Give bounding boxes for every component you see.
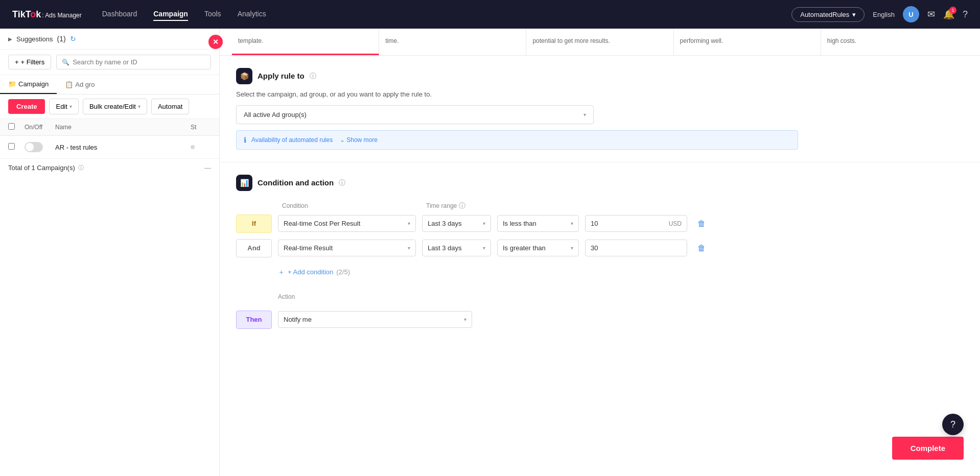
nav-tools[interactable]: Tools <box>204 8 221 21</box>
apply-rule-section: 📦 Apply rule to ⓘ Select the campaign, a… <box>220 56 980 162</box>
condition-action-section: 📊 Condition and action ⓘ Condition Time … <box>220 162 980 341</box>
avatar[interactable]: U <box>903 6 919 22</box>
suggestions-label: Suggestions <box>16 35 53 43</box>
metric-chevron-icon-1: ▾ <box>408 221 410 226</box>
delete-condition-2[interactable]: 🗑 <box>697 244 706 253</box>
add-condition-button[interactable]: ＋ + Add condition (2/5) <box>278 264 964 281</box>
chevron-down-icon: ⌄ <box>340 136 345 144</box>
time-range-col-label: Time range ⓘ <box>426 201 495 210</box>
apply-rule-help-icon[interactable]: ⓘ <box>310 72 316 81</box>
filters-button[interactable]: + + Filters <box>8 55 51 69</box>
time-chevron-icon-1: ▾ <box>483 221 485 226</box>
action-label: Action <box>236 293 964 300</box>
action-chevron-icon: ▾ <box>464 317 466 322</box>
info-circle-icon: ℹ <box>244 136 246 144</box>
suggestions-bar: ▶ Suggestions (1) ↻ <box>0 29 219 50</box>
show-more-link[interactable]: ⌄ Show more <box>340 136 378 144</box>
help-float-button[interactable]: ? <box>942 414 964 435</box>
template-card-3[interactable]: potential to get more results. <box>526 29 673 55</box>
value-field-2[interactable]: 30 <box>585 240 687 256</box>
tabs-bar: 📁 Campaign 📋 Ad gro <box>0 75 219 94</box>
adgroup-icon: 📋 <box>65 81 73 88</box>
condition-table: Condition Time range ⓘ If Real-t <box>236 201 964 329</box>
templates-strip: template. time. potential to get more re… <box>220 29 980 56</box>
row-name: AR - test rules <box>55 144 191 151</box>
table-header: On/Off Name St <box>0 119 219 136</box>
automated-rules-dropdown[interactable]: AutomatedRules ▾ <box>791 7 865 22</box>
time-range-help-icon[interactable]: ⓘ <box>459 201 465 210</box>
condition-action-header: 📊 Condition and action ⓘ <box>236 175 964 191</box>
logo: TikTok: Ads Manager <box>12 9 82 20</box>
edit-chevron-icon: ▾ <box>69 104 72 109</box>
complete-button[interactable]: Complete <box>892 437 964 460</box>
action-row: Then Notify me ▾ <box>236 311 964 329</box>
suggestions-refresh-icon[interactable]: ↻ <box>70 35 76 43</box>
language-label: English <box>873 11 895 18</box>
select-all-checkbox[interactable] <box>8 123 15 130</box>
bulk-button[interactable]: Bulk create/Edit ▾ <box>83 99 147 114</box>
time-chevron-icon-2: ▾ <box>483 245 485 251</box>
suggestions-count: (1) <box>57 35 66 43</box>
suggestions-arrow: ▶ <box>8 36 12 42</box>
operator-select-1[interactable]: Is less than ▾ <box>497 215 579 232</box>
col-name-header: Name <box>55 124 191 131</box>
metric-select-1[interactable]: Real-time Cost Per Result ▾ <box>278 215 416 232</box>
time-select-2[interactable]: Last 3 days ▾ <box>422 240 491 256</box>
notification-icon[interactable]: 🔔 1 <box>943 9 954 20</box>
keyword-and: And <box>236 239 272 257</box>
col-status-header: St <box>191 124 211 131</box>
value-field-1[interactable]: 10 USD <box>585 215 687 232</box>
layout: ▶ Suggestions (1) ↻ + + Filters 🔍 📁 Camp… <box>0 29 980 476</box>
edit-button[interactable]: Edit ▾ <box>49 99 78 114</box>
nav-dashboard[interactable]: Dashboard <box>102 8 137 21</box>
status-dot <box>191 145 195 149</box>
search-input-wrap[interactable]: 🔍 <box>56 55 211 69</box>
row-checkbox[interactable] <box>8 143 15 150</box>
template-card-4[interactable]: performing well. <box>674 29 821 55</box>
automat-button[interactable]: Automat <box>151 99 189 114</box>
total-help-icon[interactable]: ⓘ <box>78 164 84 172</box>
keyword-if: If <box>236 215 272 233</box>
apply-rule-icon: 📦 <box>236 68 252 84</box>
create-button[interactable]: Create <box>8 99 45 114</box>
search-icon: 🔍 <box>62 59 69 66</box>
condition-labels-row: Condition Time range ⓘ <box>236 201 964 210</box>
template-card-1[interactable]: template. <box>232 29 379 55</box>
delete-condition-1[interactable]: 🗑 <box>697 219 706 228</box>
keyword-then: Then <box>236 311 272 329</box>
nav-analytics[interactable]: Analytics <box>238 8 266 21</box>
filter-plus-icon: + <box>15 58 19 66</box>
apply-rule-title: Apply rule to <box>258 72 305 80</box>
row-toggle[interactable] <box>25 142 43 152</box>
apply-rule-dropdown[interactable]: All active Ad group(s) ▾ <box>236 105 594 124</box>
condition-col-label: Condition <box>282 202 420 209</box>
mail-icon[interactable]: ✉ <box>927 9 935 20</box>
metric-select-2[interactable]: Real-time Result ▾ <box>278 240 416 256</box>
template-card-5[interactable]: high costs. <box>821 29 968 55</box>
search-input[interactable] <box>73 58 205 66</box>
col-onoff-header: On/Off <box>25 124 55 131</box>
sidebar-close-button[interactable]: ✕ <box>208 35 223 49</box>
time-select-1[interactable]: Last 3 days ▾ <box>422 215 491 232</box>
total-row: Total of 1 Campaign(s) ⓘ — <box>0 159 219 177</box>
bulk-chevron-icon: ▾ <box>138 104 141 109</box>
condition-action-help-icon[interactable]: ⓘ <box>339 178 345 187</box>
topnav: TikTok: Ads Manager Dashboard Campaign T… <box>0 0 980 29</box>
metric-chevron-icon-2: ▾ <box>408 245 410 251</box>
sidebar: ▶ Suggestions (1) ↻ + + Filters 🔍 📁 Camp… <box>0 29 220 476</box>
filters-bar: + + Filters 🔍 <box>0 50 219 75</box>
template-card-2[interactable]: time. <box>379 29 526 55</box>
total-dash: — <box>204 164 211 172</box>
add-condition-plus-icon: ＋ <box>278 268 285 277</box>
tab-campaign[interactable]: 📁 Campaign <box>0 75 57 94</box>
topnav-right: AutomatedRules ▾ English U ✉ 🔔 1 ? <box>791 6 968 22</box>
help-icon[interactable]: ? <box>963 9 968 20</box>
action-section: Action Then Notify me ▾ <box>236 293 964 329</box>
chevron-down-icon: ▾ <box>852 11 856 18</box>
apply-rule-desc: Select the campaign, ad group, or ad you… <box>236 90 964 98</box>
action-select[interactable]: Notify me ▾ <box>278 311 472 328</box>
nav-campaign[interactable]: Campaign <box>153 8 188 21</box>
operator-select-2[interactable]: Is greater than ▾ <box>497 240 579 256</box>
tab-adgroup[interactable]: 📋 Ad gro <box>57 75 103 94</box>
main-panel: template. time. potential to get more re… <box>220 29 980 476</box>
